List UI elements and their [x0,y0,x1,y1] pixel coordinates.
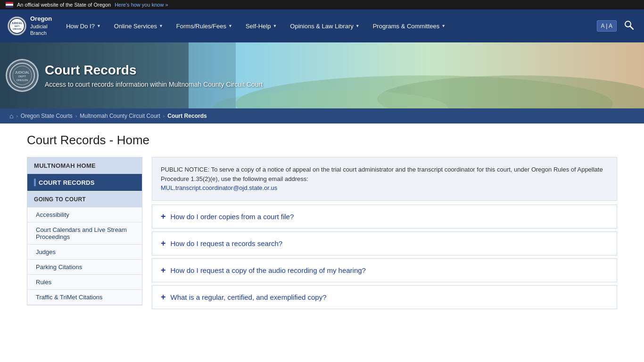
sidebar-item-rules[interactable]: Rules [27,275,142,290]
nav-opinions-law-library[interactable]: Opinions & Law Library ▼ [283,9,366,42]
nav-forms-rules-fees[interactable]: Forms/Rules/Fees ▼ [170,9,239,42]
notice-box: PUBLIC NOTICE: To serve a copy of a noti… [152,157,617,201]
notice-email[interactable]: MUL.transcript.coordinator@ojd.state.or.… [161,184,277,191]
home-icon[interactable]: ⌂ [9,112,13,120]
sidebar-going-to-court: GOING TO COURT [27,191,142,207]
sidebar-item-judges[interactable]: Judges [27,245,142,260]
nav-how-do-i[interactable]: How Do I? ▼ [59,9,107,42]
page-title: Court Records - Home [27,133,617,148]
main-nav: JUDICIAL DEPT OREGON Oregon Judicial Bra… [0,9,644,42]
hero-subtitle: Access to court records information with… [45,81,263,88]
accordion-regular-certified: What is a regular, certified, and exempl… [152,285,617,309]
top-bar-notice: An official website of the State of Oreg… [17,2,111,8]
breadcrumb-sep-1: › [75,114,77,119]
search-button[interactable] [618,16,640,36]
top-bar: An official website of the State of Oreg… [0,0,644,9]
sidebar: MULTNOMAH HOME COURT RECORDS GOING TO CO… [27,157,142,305]
logo-text: Oregon Judicial Branch [30,15,52,36]
accordion-records-search: How do I request a records search? [152,231,617,255]
nav-online-services[interactable]: Online Services ▼ [107,9,170,42]
sidebar-item-court-calendars[interactable]: Court Calendars and Live Stream Proceedi… [27,222,142,245]
chevron-down-icon: ▼ [355,24,360,28]
chevron-down-icon: ▼ [441,24,446,28]
sidebar-item-multnomah-home[interactable]: MULTNOMAH HOME [27,157,142,174]
breadcrumb-sep-0: › [16,114,17,119]
svg-text:JUDICIAL: JUDICIAL [15,71,29,74]
content-layout: MULTNOMAH HOME COURT RECORDS GOING TO CO… [27,157,617,312]
accordion-audio-recording-header[interactable]: How do I request a copy of the audio rec… [152,259,617,282]
sidebar-item-traffic-trimet[interactable]: Traffic & TriMet Citations [27,290,142,305]
accordion-order-copies-header[interactable]: How do I order copies from a court file? [152,205,617,228]
accordion-audio-recording: How do I request a copy of the audio rec… [152,258,617,282]
svg-text:JUDICIAL: JUDICIAL [11,22,22,25]
svg-text:DEPT: DEPT [15,25,20,27]
svg-text:OREGON: OREGON [13,28,21,30]
svg-text:DEPT: DEPT [18,75,26,78]
content-area: PUBLIC NOTICE: To serve a copy of a noti… [152,157,617,312]
flag-icon [6,2,13,8]
sidebar-item-court-records-active[interactable]: COURT RECORDS [27,174,142,191]
chevron-down-icon: ▼ [272,24,277,28]
top-bar-link[interactable]: Here's how you know » [115,2,168,8]
breadcrumb: ⌂ › Oregon State Courts › Multnomah Coun… [0,108,644,123]
chevron-down-icon: ▼ [228,24,232,28]
notice-text: PUBLIC NOTICE: To serve a copy of a noti… [161,166,603,182]
accordion-regular-certified-header[interactable]: What is a regular, certified, and exempl… [152,286,617,309]
chevron-down-icon: ▼ [97,24,101,28]
svg-text:OREGON: OREGON [17,79,28,82]
logo-area[interactable]: JUDICIAL DEPT OREGON Oregon Judicial Bra… [0,9,59,42]
nav-items: How Do I? ▼ Online Services ▼ Forms/Rule… [59,9,596,42]
hero-seal: JUDICIAL DEPT OREGON [6,59,39,92]
breadcrumb-multnomah[interactable]: Multnomah County Circuit Court [80,113,160,119]
sidebar-item-accessibility[interactable]: Accessibility [27,207,142,222]
breadcrumb-current: Court Records [167,113,206,119]
accordion-records-search-header[interactable]: How do I request a records search? [152,232,617,255]
logo-seal: JUDICIAL DEPT OREGON [8,16,26,35]
chevron-down-icon: ▼ [159,24,163,28]
language-toggle-button[interactable]: A | A [597,20,617,32]
breadcrumb-oregon-state-courts[interactable]: Oregon State Courts [21,113,73,119]
svg-line-5 [630,26,633,29]
accordion-order-copies: How do I order copies from a court file? [152,205,617,229]
hero-title: Court Records [45,63,263,78]
main-content: Court Records - Home MULTNOMAH HOME COUR… [16,123,628,321]
breadcrumb-sep-2: › [163,114,165,119]
nav-self-help[interactable]: Self-Help ▼ [239,9,283,42]
hero-section: JUDICIAL DEPT OREGON Court Records Acces… [0,42,644,108]
nav-programs-committees[interactable]: Programs & Committees ▼ [366,9,453,42]
nav-right: A | A [597,9,644,42]
sidebar-item-parking-citations[interactable]: Parking Citations [27,260,142,275]
